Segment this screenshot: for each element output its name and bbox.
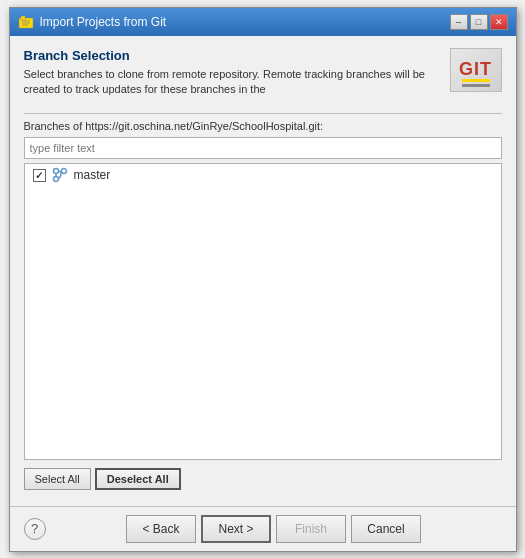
finish-button[interactable]: Finish <box>276 515 346 543</box>
section-title: Branch Selection <box>24 48 440 63</box>
next-button[interactable]: Next > <box>201 515 271 543</box>
git-logo-text: GIT <box>459 59 492 80</box>
svg-point-6 <box>61 169 66 174</box>
cancel-button[interactable]: Cancel <box>351 515 421 543</box>
footer-section: ? < Back Next > Finish Cancel <box>10 506 516 551</box>
branch-icon-master <box>52 167 68 183</box>
select-all-button[interactable]: Select All <box>24 468 91 490</box>
svg-point-5 <box>53 169 58 174</box>
branch-checkbox-master[interactable] <box>33 169 46 182</box>
help-button[interactable]: ? <box>24 518 46 540</box>
branches-label: Branches of https://git.oschina.net/GinR… <box>24 120 502 132</box>
window-controls: – □ ✕ <box>450 14 508 30</box>
dialog-content: Branch Selection Select branches to clon… <box>10 36 516 506</box>
close-button[interactable]: ✕ <box>490 14 508 30</box>
select-buttons-group: Select All Deselect All <box>24 468 502 490</box>
svg-point-7 <box>53 177 58 182</box>
separator <box>24 113 502 114</box>
minimize-button[interactable]: – <box>450 14 468 30</box>
section-description: Select branches to clone from remote rep… <box>24 67 440 98</box>
dialog-window: Import Projects from Git – □ ✕ Branch Se… <box>9 7 517 552</box>
title-bar: Import Projects from Git – □ ✕ <box>10 8 516 36</box>
branch-name-master: master <box>74 168 111 182</box>
git-logo-decoration <box>462 79 490 87</box>
window-icon <box>18 14 34 30</box>
maximize-button[interactable]: □ <box>470 14 488 30</box>
branch-list: master <box>24 163 502 459</box>
list-item[interactable]: master <box>25 164 501 186</box>
filter-input[interactable] <box>24 137 502 159</box>
deselect-all-button[interactable]: Deselect All <box>95 468 181 490</box>
svg-rect-1 <box>21 16 25 20</box>
git-logo: GIT <box>450 48 502 92</box>
git-logo-line1 <box>462 79 490 82</box>
navigation-buttons: < Back Next > Finish Cancel <box>46 515 502 543</box>
git-logo-line2 <box>462 84 490 87</box>
header-text: Branch Selection Select branches to clon… <box>24 48 440 98</box>
back-button[interactable]: < Back <box>126 515 196 543</box>
header-section: Branch Selection Select branches to clon… <box>24 48 502 98</box>
window-title: Import Projects from Git <box>40 15 444 29</box>
